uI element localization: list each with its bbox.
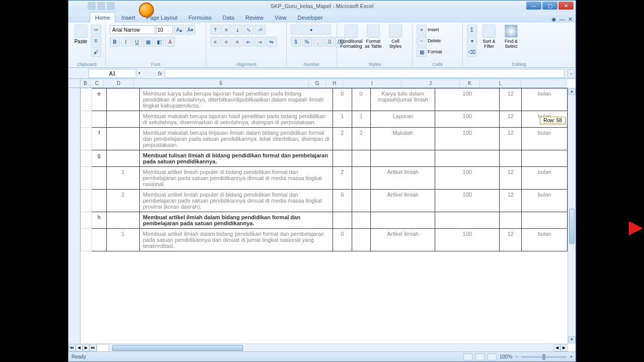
cell[interactable] bbox=[333, 212, 352, 229]
cell[interactable] bbox=[81, 190, 92, 212]
tab-nav-prev-icon[interactable]: ◀ bbox=[75, 344, 83, 351]
table-row[interactable]: Membuat makalah berupa laporan hasil pen… bbox=[81, 111, 568, 128]
currency-icon[interactable]: $ bbox=[291, 37, 301, 47]
cell[interactable]: 1 bbox=[333, 111, 352, 128]
cell[interactable]: 12 bbox=[500, 88, 522, 111]
page-break-view-icon[interactable] bbox=[488, 353, 497, 360]
cell[interactable]: bulan bbox=[522, 167, 568, 190]
worksheet-grid[interactable]: eMembuat karya tulis berupa laporan hasi… bbox=[80, 88, 568, 251]
cell[interactable] bbox=[371, 150, 435, 167]
cell[interactable]: 2 bbox=[333, 167, 352, 190]
cell[interactable]: 2 bbox=[333, 128, 352, 150]
sort-filter-button[interactable]: Sort & Filter bbox=[479, 25, 499, 49]
cell[interactable]: 1 bbox=[106, 229, 139, 251]
cell[interactable] bbox=[106, 128, 139, 150]
cell[interactable]: e bbox=[92, 88, 107, 111]
align-bottom-icon[interactable]: ⤓ bbox=[232, 25, 243, 35]
column-header-B[interactable]: B bbox=[80, 79, 91, 87]
cell[interactable]: 0 bbox=[333, 88, 352, 111]
align-center-icon[interactable]: ≡ bbox=[221, 37, 231, 47]
cell[interactable]: bulan bbox=[522, 190, 568, 212]
cell[interactable] bbox=[92, 167, 107, 190]
minimize-button[interactable]: — bbox=[526, 2, 541, 10]
cell[interactable]: 2 bbox=[352, 128, 371, 150]
column-header-H[interactable]: H bbox=[326, 79, 343, 87]
cell[interactable]: 0 bbox=[333, 229, 352, 251]
doc-close-icon[interactable]: ✕ bbox=[568, 16, 573, 23]
column-header-G[interactable]: G bbox=[309, 79, 326, 87]
italic-icon[interactable]: I bbox=[121, 37, 131, 47]
normal-view-icon[interactable] bbox=[463, 353, 472, 360]
hscroll-thumb[interactable] bbox=[112, 345, 243, 351]
cell[interactable]: 100 bbox=[435, 229, 500, 251]
cell[interactable] bbox=[333, 150, 352, 167]
tab-insert[interactable]: Insert bbox=[116, 13, 140, 23]
cell[interactable] bbox=[81, 167, 92, 190]
close-button[interactable]: ✕ bbox=[558, 2, 574, 10]
table-row[interactable]: fMembuat makalah berupa tinjauan ilmiah … bbox=[81, 128, 568, 150]
cell[interactable]: g bbox=[92, 150, 107, 167]
merge-center-icon[interactable]: ⇋ bbox=[266, 37, 277, 47]
formula-bar[interactable] bbox=[165, 69, 565, 78]
cell[interactable]: Membuat karya tulis berupa laporan hasil… bbox=[139, 88, 333, 111]
column-header-J[interactable]: J bbox=[401, 79, 460, 87]
font-size-select[interactable] bbox=[156, 25, 173, 34]
fx-icon[interactable]: fx bbox=[155, 70, 165, 76]
insert-cells-icon[interactable]: + bbox=[417, 25, 427, 35]
office-button[interactable] bbox=[139, 3, 154, 18]
cell[interactable]: 100 bbox=[435, 128, 500, 150]
cell[interactable]: 100 bbox=[435, 190, 500, 212]
scroll-left-icon[interactable]: ◀ bbox=[553, 344, 560, 351]
cell[interactable]: Membuat makalah berupa tinjauan ilmiah d… bbox=[139, 128, 333, 150]
cell[interactable] bbox=[371, 212, 435, 229]
cell[interactable] bbox=[522, 150, 568, 167]
maximize-button[interactable]: ▢ bbox=[542, 2, 557, 10]
cell[interactable] bbox=[352, 229, 371, 251]
tab-formulas[interactable]: Formulas bbox=[184, 13, 217, 23]
cell[interactable] bbox=[81, 128, 92, 150]
hscroll-track[interactable] bbox=[111, 344, 553, 351]
cell[interactable] bbox=[81, 229, 92, 251]
column-header-L[interactable]: L bbox=[480, 79, 521, 87]
cell[interactable]: 0 bbox=[352, 88, 371, 111]
conditional-formatting-button[interactable]: Conditional Formatting bbox=[341, 25, 361, 49]
fill-color-icon[interactable]: ◧ bbox=[154, 37, 164, 47]
tab-nav-first-icon[interactable]: ⏮ bbox=[68, 344, 75, 351]
tab-nav-last-icon[interactable]: ⏭ bbox=[90, 344, 97, 351]
cell[interactable] bbox=[92, 229, 107, 251]
table-row[interactable]: 2Membuat artikel ilmiah populer di bidan… bbox=[81, 190, 568, 212]
cell[interactable]: 12 bbox=[500, 229, 522, 251]
table-row[interactable]: hMembuat artikel ilmiah dalam bidang pen… bbox=[81, 212, 568, 229]
percent-icon[interactable]: % bbox=[302, 37, 312, 47]
orientation-icon[interactable]: ⤡ bbox=[244, 25, 254, 35]
cell[interactable] bbox=[106, 150, 139, 167]
cell[interactable] bbox=[81, 212, 92, 229]
name-box[interactable] bbox=[89, 69, 136, 78]
format-as-table-button[interactable]: Format as Table bbox=[363, 25, 383, 49]
cell[interactable]: Membuat artikel ilmiah populer di bidang… bbox=[139, 190, 333, 212]
cell[interactable]: Makalah bbox=[371, 128, 435, 150]
cell[interactable]: 1 bbox=[352, 111, 371, 128]
bold-icon[interactable]: B bbox=[110, 37, 120, 47]
clear-icon[interactable]: ⌫ bbox=[467, 47, 477, 57]
autosum-icon[interactable]: Σ bbox=[467, 25, 477, 35]
cell[interactable]: Membuat artikel ilmiah dalam bidang pend… bbox=[139, 229, 333, 251]
sheet-tab[interactable] bbox=[97, 344, 109, 352]
cell[interactable] bbox=[352, 212, 371, 229]
qat-undo-icon[interactable] bbox=[97, 2, 105, 10]
delete-cells-icon[interactable]: − bbox=[417, 36, 427, 46]
page-layout-view-icon[interactable] bbox=[475, 353, 485, 360]
help-icon[interactable]: ◉ bbox=[551, 16, 556, 23]
indent-dec-icon[interactable]: ⇤ bbox=[244, 37, 254, 47]
cell[interactable]: bulan bbox=[522, 229, 568, 251]
cell[interactable] bbox=[92, 111, 107, 128]
cell[interactable]: 12 bbox=[500, 167, 522, 190]
zoom-level[interactable]: 100% bbox=[500, 354, 513, 359]
cell[interactable]: f bbox=[92, 128, 107, 150]
column-header-E[interactable]: E bbox=[134, 79, 309, 87]
shrink-font-icon[interactable]: A▾ bbox=[185, 25, 195, 35]
find-select-button[interactable]: Find & Select bbox=[501, 25, 521, 49]
cell-styles-button[interactable]: Cell Styles bbox=[385, 25, 406, 49]
align-left-icon[interactable]: ≡ bbox=[210, 37, 220, 47]
fill-icon[interactable]: ▾ bbox=[467, 36, 477, 46]
